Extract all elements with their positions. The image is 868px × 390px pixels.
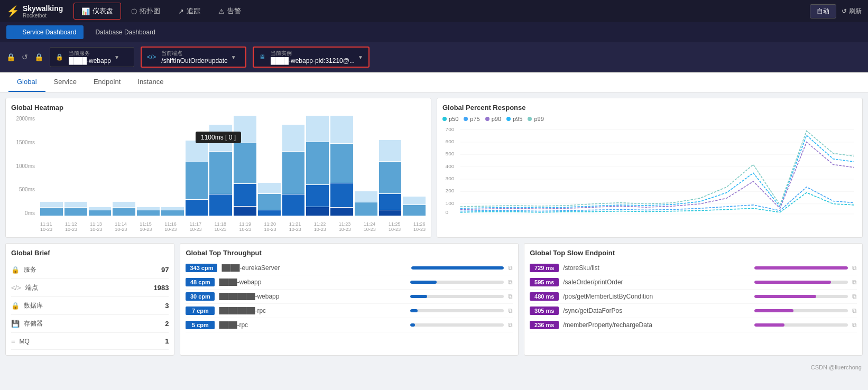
heatmap-col-4 xyxy=(137,116,160,216)
sub-navbar: ▍ Service Dashboard Database Dashboard xyxy=(0,22,868,42)
slow-bar-fill-4 xyxy=(754,309,793,312)
logo-area: ⚡ Skywalking Rocketbot xyxy=(6,4,63,18)
watermark: CSDN @liuerchong xyxy=(0,361,868,374)
nav-item-topology[interactable]: ⬡ 拓扑图 xyxy=(123,3,168,20)
throughput-badge-4: 7 cpm xyxy=(186,307,215,315)
throughput-label-2: ████-webapp xyxy=(219,278,406,286)
filter-bar: 🔒 ↺ 🔒 🔒 当前服务 ████-webapp ▼ </> 当前端点 /shi… xyxy=(0,42,868,72)
tab-instance[interactable]: Instance xyxy=(129,72,172,92)
endpoint-icon-brief: </> xyxy=(11,284,21,292)
topology-icon: ⬡ xyxy=(131,7,137,15)
lock-icon-2: 🔒 xyxy=(34,53,43,61)
slow-bar-1 xyxy=(754,266,848,270)
heatmap-col-13 xyxy=(355,116,377,216)
brief-item-storages: 💾 存储器 2 xyxy=(11,315,169,333)
svg-text:700: 700 xyxy=(446,126,455,132)
instance-selector[interactable]: 🖥 当前实例 ████-webapp-pid:31210@... ▼ xyxy=(253,47,370,68)
throughput-bar-fill-3 xyxy=(410,295,427,298)
instance-label: 当前实例 xyxy=(271,50,355,57)
brief-title: Global Brief xyxy=(11,249,169,257)
alert-icon: ⚠ xyxy=(218,7,225,15)
legend-p95: p95 xyxy=(506,116,522,122)
throughput-badge-1: 343 cpm xyxy=(186,264,217,272)
tab-global[interactable]: Global xyxy=(8,72,45,92)
service-selector[interactable]: 🔒 当前服务 ████-webapp ▼ xyxy=(50,47,134,67)
legend: p50 p75 p90 p95 p99 xyxy=(442,116,857,122)
refresh-icon-filter[interactable]: ↺ xyxy=(22,53,28,61)
throughput-bar-2 xyxy=(410,281,504,284)
database-count: 3 xyxy=(165,302,169,310)
heatmap-col-5 xyxy=(161,116,184,216)
throughput-bar-fill-1 xyxy=(411,266,504,270)
nav-item-alert[interactable]: ⚠ 告警 xyxy=(210,3,249,20)
throughput-bar-3 xyxy=(410,295,504,298)
slow-badge-5: 236 ms xyxy=(530,321,559,329)
heatmap-col-15 xyxy=(403,116,426,216)
endpoint-value: /shiftInOutOrder/update xyxy=(161,57,227,64)
slow-badge-2: 595 ms xyxy=(530,278,559,286)
heatmap-col-1 xyxy=(64,116,87,216)
svg-text:100: 100 xyxy=(446,200,455,206)
sub-tab-service-dashboard[interactable]: ▍ Service Dashboard xyxy=(6,25,84,39)
nav-item-dashboard[interactable]: 📊 仪表盘 xyxy=(73,3,121,20)
tab-endpoint-label: Endpoint xyxy=(94,78,121,86)
storage-count: 2 xyxy=(165,320,169,328)
dashboard-icon: 📊 xyxy=(81,7,90,15)
service-label-text: 服务 xyxy=(24,265,157,274)
watermark-text: CSDN @liuerchong xyxy=(811,364,862,370)
logo-text: Skywalking xyxy=(23,4,63,13)
nav-label-topology: 拓扑图 xyxy=(140,6,160,16)
database-label-text: 数据库 xyxy=(24,301,161,310)
global-top-slow-endpoint-card: Global Top Slow Endpoint 729 ms /storeSk… xyxy=(524,243,863,356)
main-content: Global Heatmap 2000ms 1500ms 1000ms 500m… xyxy=(0,92,868,243)
heatmap-container: 2000ms 1500ms 1000ms 500ms 0ms 1100ms [ … xyxy=(11,116,426,232)
throughput-label-3: ████████-webapp xyxy=(219,293,406,300)
slow-bar-fill-5 xyxy=(754,323,784,327)
nav-right: 自动 ↺ 刷新 xyxy=(810,4,862,18)
copy-icon-4[interactable]: ⧉ xyxy=(508,307,513,314)
auto-button[interactable]: 自动 xyxy=(810,4,836,18)
heatmap-xaxis: 11:1110-23 11:1210-23 11:1310-23 11:1410… xyxy=(40,221,426,232)
global-top-throughput-card: Global Top Throughput 343 cpm ████-eurek… xyxy=(180,243,519,356)
endpoint-count: 1983 xyxy=(153,284,169,292)
svg-text:300: 300 xyxy=(446,175,455,181)
endpoint-icon: </> xyxy=(147,53,156,61)
slow-copy-icon-3[interactable]: ⧉ xyxy=(852,293,857,300)
refresh-button[interactable]: ↺ 刷新 xyxy=(842,7,862,16)
slow-item-1: 729 ms /storeSku/list ⧉ xyxy=(530,261,857,275)
heatmap-col-3 xyxy=(113,116,135,216)
sub-tab-database-dashboard[interactable]: Database Dashboard xyxy=(88,25,162,39)
global-heatmap-card: Global Heatmap 2000ms 1500ms 1000ms 500m… xyxy=(5,98,431,238)
endpoint-selector[interactable]: </> 当前端点 /shiftInOutOrder/update ▼ xyxy=(141,47,246,68)
instance-chevron: ▼ xyxy=(358,54,363,60)
slow-copy-icon-4[interactable]: ⧉ xyxy=(852,307,857,314)
slow-item-5: 236 ms /memberProperty/rechargeData ⧉ xyxy=(530,318,857,332)
throughput-bar-1 xyxy=(411,266,504,270)
slow-label-3: /pos/getMemberListByCondition xyxy=(563,293,750,300)
storage-icon: 💾 xyxy=(11,320,20,328)
copy-icon-1[interactable]: ⧉ xyxy=(508,264,513,272)
copy-icon-3[interactable]: ⧉ xyxy=(508,293,513,300)
copy-icon-5[interactable]: ⧉ xyxy=(508,321,513,329)
slow-copy-icon-2[interactable]: ⧉ xyxy=(852,278,857,286)
sub-tab-database-label: Database Dashboard xyxy=(95,29,155,36)
service-icon: 🔒 xyxy=(11,266,20,274)
page-tabs: Global Service Endpoint Instance xyxy=(0,72,868,92)
nav-item-trace[interactable]: ↗ 追踪 xyxy=(170,3,208,20)
copy-icon-2[interactable]: ⧉ xyxy=(508,278,513,286)
slow-copy-icon-5[interactable]: ⧉ xyxy=(852,321,857,329)
line-chart: 700 600 500 400 300 200 100 0 xyxy=(442,125,857,215)
instance-value: ████-webapp-pid:31210@... xyxy=(271,57,355,64)
throughput-bar-fill-2 xyxy=(410,281,437,284)
slow-copy-icon-1[interactable]: ⧉ xyxy=(852,264,857,272)
tab-service[interactable]: Service xyxy=(45,72,85,92)
nav-items: 📊 仪表盘 ⬡ 拓扑图 ↗ 追踪 ⚠ 告警 xyxy=(73,3,810,20)
slow-bar-fill-3 xyxy=(754,295,816,298)
throughput-label-5: ████-rpc xyxy=(219,321,406,329)
slow-label-4: /sync/getDataForPos xyxy=(563,307,750,314)
percent-response-title: Global Percent Response xyxy=(442,104,857,112)
legend-p75: p75 xyxy=(464,116,479,122)
heatmap-col-10 xyxy=(282,116,305,216)
tab-endpoint[interactable]: Endpoint xyxy=(85,72,129,92)
slow-item-4: 305 ms /sync/getDataForPos ⧉ xyxy=(530,304,857,318)
